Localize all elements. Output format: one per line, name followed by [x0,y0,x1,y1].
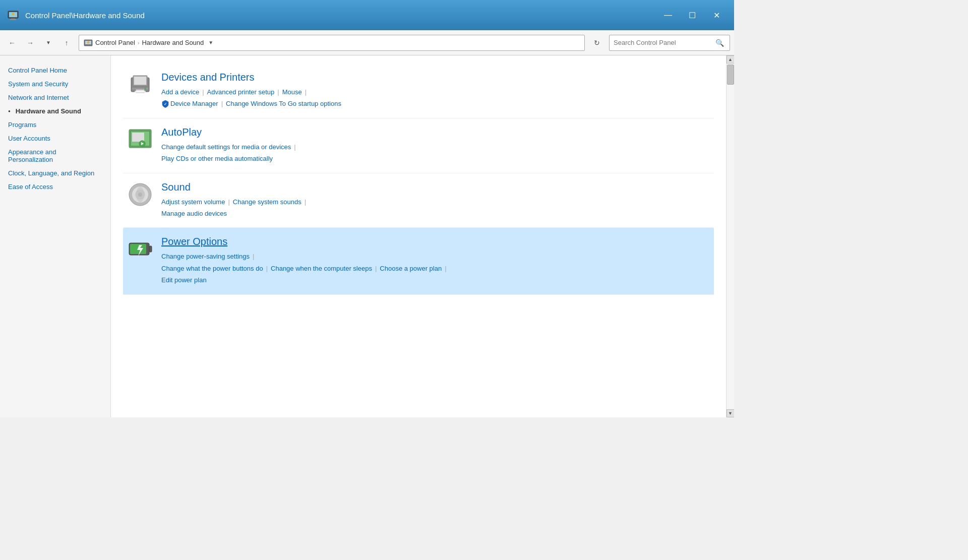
autoplay-icon [127,127,153,153]
power-options-links: Change power-saving settings | Change wh… [161,251,710,286]
sidebar-item-label: Network and Internet [8,94,69,101]
back-button[interactable]: ← [4,35,20,51]
sidebar-item-control-panel-home[interactable]: Control Panel Home [0,64,110,77]
close-button[interactable]: ✕ [705,7,728,24]
section-sound: Sound Adjust system volume | Change syst… [123,173,714,228]
link-mouse[interactable]: Mouse [282,86,302,98]
window-controls: — ☐ ✕ [656,7,728,24]
link-choose-a-power-plan[interactable]: Choose a power plan [380,263,442,274]
link-manage-audio-devices[interactable]: Manage audio devices [161,208,227,219]
svg-rect-10 [134,77,146,85]
scrollbar: ▲ ▼ [726,55,734,417]
link-advanced-printer-setup[interactable]: Advanced printer setup [207,86,275,98]
recent-pages-button[interactable]: ▼ [40,35,56,51]
autoplay-links: Change default settings for media or dev… [161,141,710,165]
sidebar-item-ease-of-access[interactable]: Ease of Access [0,180,110,194]
link-edit-power-plan[interactable]: Edit power plan [161,274,207,286]
devices-and-printers-links: Add a device | Advanced printer setup | … [161,86,710,110]
search-input[interactable] [614,39,713,46]
sidebar-item-label: System and Security [8,80,68,88]
sidebar-item-label: Hardware and Sound [16,107,81,115]
address-bar-icon [83,38,93,48]
scrollbar-down-button[interactable]: ▼ [727,409,735,417]
section-devices-and-printers: Devices and Printers Add a device | Adva… [123,64,714,118]
window-title: Control Panel\Hardware and Sound [25,11,656,20]
autoplay-title[interactable]: AutoPlay [161,127,710,138]
minimize-button[interactable]: — [656,7,680,24]
link-change-power-buttons[interactable]: Change what the power buttons do [161,263,263,274]
sidebar-item-label: Clock, Language, and Region [8,169,94,177]
svg-rect-19 [132,133,144,142]
scrollbar-track[interactable] [727,64,734,409]
power-options-title[interactable]: Power Options [161,236,710,247]
sidebar-item-hardware-and-sound[interactable]: Hardware and Sound [0,104,110,118]
section-autoplay: AutoPlay Change default settings for med… [123,118,714,173]
shield-icon: ✓ [161,100,169,108]
address-bar: Control Panel › Hardware and Sound ▼ [79,35,585,51]
search-box: 🔍 [609,35,730,51]
power-options-text: Power Options Change power-saving settin… [161,236,710,286]
sidebar: Control Panel Home System and Security N… [0,55,111,417]
link-change-power-saving-settings[interactable]: Change power-saving settings [161,251,250,262]
sound-icon [127,181,153,208]
section-power-options: Power Options Change power-saving settin… [123,228,714,294]
devices-and-printers-icon [127,72,153,98]
autoplay-text: AutoPlay Change default settings for med… [161,127,710,165]
search-button[interactable]: 🔍 [713,37,725,49]
breadcrumb-hardware-and-sound: Hardware and Sound [142,39,204,46]
link-device-manager[interactable]: Device Manager [170,98,218,109]
link-change-when-computer-sleeps[interactable]: Change when the computer sleeps [271,263,372,274]
scrollbar-up-button[interactable]: ▲ [727,55,735,64]
forward-button[interactable]: → [22,35,38,51]
main-container: Control Panel Home System and Security N… [0,55,734,417]
sidebar-item-clock-language-and-region[interactable]: Clock, Language, and Region [0,166,110,180]
link-play-cds[interactable]: Play CDs or other media automatically [161,153,273,164]
app-icon [6,8,20,22]
devices-and-printers-text: Devices and Printers Add a device | Adva… [161,72,710,110]
sidebar-item-programs[interactable]: Programs [0,118,110,132]
svg-rect-27 [149,246,152,252]
sidebar-item-label: User Accounts [8,135,50,142]
link-change-windows-to-go[interactable]: Change Windows To Go startup options [226,98,341,109]
sidebar-item-system-and-security[interactable]: System and Security [0,77,110,91]
sidebar-item-user-accounts[interactable]: User Accounts [0,132,110,145]
title-bar: Control Panel\Hardware and Sound — ☐ ✕ [0,0,734,30]
svg-point-13 [144,88,146,90]
content-area: Devices and Printers Add a device | Adva… [111,55,726,417]
sidebar-item-appearance-and-personalization[interactable]: Appearance and Personalization [0,145,110,166]
up-button[interactable]: ↑ [58,35,75,51]
sidebar-item-label: Ease of Access [8,183,53,191]
link-change-system-sounds[interactable]: Change system sounds [233,196,301,208]
link-adjust-system-volume[interactable]: Adjust system volume [161,196,225,208]
link-add-a-device[interactable]: Add a device [161,86,199,98]
link-change-default-settings[interactable]: Change default settings for media or dev… [161,141,291,153]
sidebar-item-label: Control Panel Home [8,67,67,74]
power-options-icon [127,236,153,262]
scrollbar-thumb[interactable] [727,65,734,85]
maximize-button[interactable]: ☐ [681,7,704,24]
svg-rect-3 [10,19,16,20]
sound-links: Adjust system volume | Change system sou… [161,196,710,220]
sidebar-item-network-and-internet[interactable]: Network and Internet [0,91,110,104]
sidebar-item-label: Appearance and Personalization [8,148,102,163]
sound-title[interactable]: Sound [161,181,710,193]
breadcrumb-dropdown-button[interactable]: ▼ [206,38,216,48]
sound-text: Sound Adjust system volume | Change syst… [161,181,710,220]
svg-rect-14 [135,91,146,92]
svg-rect-2 [11,18,15,19]
devices-and-printers-title[interactable]: Devices and Printers [161,72,710,83]
sidebar-item-label: Programs [8,121,36,129]
navigation-bar: ← → ▼ ↑ Control Panel › Hardware and Sou… [0,30,734,55]
svg-text:✓: ✓ [164,102,167,106]
breadcrumb-control-panel[interactable]: Control Panel [95,39,135,46]
breadcrumb: Control Panel › Hardware and Sound [95,39,204,46]
refresh-button[interactable]: ↻ [589,35,605,51]
